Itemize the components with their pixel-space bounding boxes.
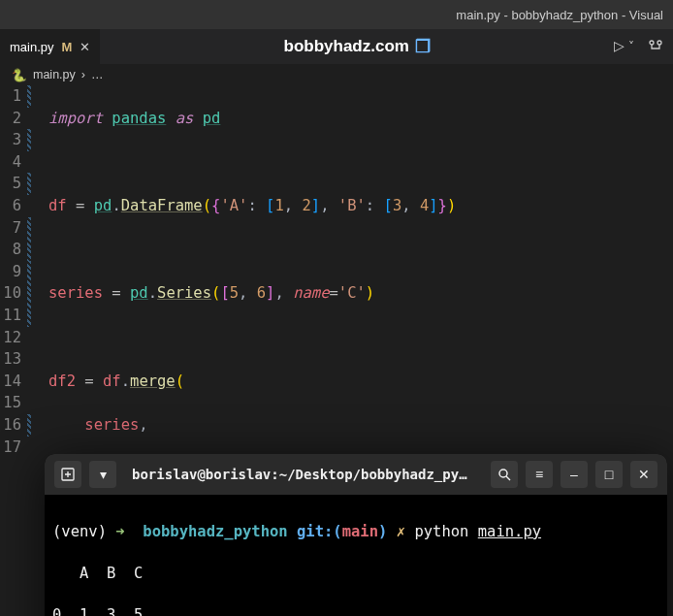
terminal-new-tab-icon[interactable] [54, 461, 81, 488]
terminal-window: ▾ borislav@borislav:~/Desktop/bobbyhadz_… [45, 454, 667, 616]
close-icon[interactable]: ✕ [80, 40, 90, 54]
terminal-line: (venv) ➜ bobbyhadz_python git:(main) ✗ p… [52, 522, 659, 543]
tab-modified-indicator: M [62, 40, 73, 54]
python-file-icon: 🐍 [12, 68, 27, 82]
terminal-title: borislav@borislav:~/Desktop/bobbyhadz_py… [124, 467, 483, 482]
terminal-body[interactable]: (venv) ➜ bobbyhadz_python git:(main) ✗ p… [45, 495, 667, 616]
cube-icon: ❒ [415, 36, 431, 57]
breadcrumb[interactable]: 🐍 main.py › … [0, 64, 673, 85]
svg-point-3 [499, 470, 507, 477]
code-editor[interactable]: 1 2 3 4 5 6 7 8 9 10 11 12 13 14 15 16 1… [0, 85, 673, 464]
tab-main-py[interactable]: main.py M ✕ [0, 29, 100, 64]
run-icon[interactable]: ▷ ˅ [614, 38, 634, 56]
search-icon[interactable] [491, 461, 518, 488]
editor-center-title: bobbyhadz.com ❒ [284, 36, 431, 57]
close-icon[interactable]: ✕ [630, 461, 657, 488]
terminal-header[interactable]: ▾ borislav@borislav:~/Desktop/bobbyhadz_… [45, 454, 667, 495]
compare-icon[interactable] [648, 38, 663, 56]
terminal-line: A B C [52, 564, 659, 585]
code-content[interactable]: import pandas as pd df = pd.DataFrame({'… [31, 85, 456, 464]
tab-bar: main.py M ✕ bobbyhadz.com ❒ ▷ ˅ [0, 29, 673, 64]
chevron-down-icon[interactable]: ▾ [89, 461, 116, 488]
breadcrumb-more: … [91, 68, 104, 81]
window-title: main.py - bobbyhadz_python - Visual [456, 8, 663, 22]
svg-point-1 [657, 41, 661, 45]
svg-point-0 [650, 41, 654, 45]
window-titlebar: main.py - bobbyhadz_python - Visual [0, 0, 673, 29]
maximize-icon[interactable]: □ [595, 461, 623, 488]
menu-icon[interactable]: ≡ [526, 461, 553, 488]
breadcrumb-separator: › [81, 68, 85, 81]
minimize-icon[interactable]: – [561, 461, 588, 488]
tab-filename: main.py [10, 40, 54, 54]
breadcrumb-file: main.py [33, 68, 76, 81]
gutter-decoration [27, 85, 31, 464]
line-number-gutter: 1 2 3 4 5 6 7 8 9 10 11 12 13 14 15 16 1… [0, 85, 27, 464]
terminal-line: 0 1 3 5 [52, 605, 659, 617]
